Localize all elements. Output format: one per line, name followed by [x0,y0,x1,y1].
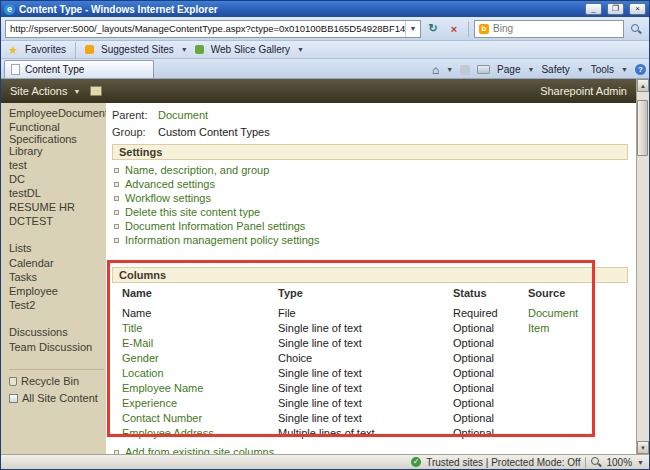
tab-bar: Content Type ⌂ ▼ Page ▼ Safety ▼ Tools ▼… [1,59,649,79]
column-type: Choice [278,352,453,364]
column-header-source: Source [528,287,628,299]
search-provider-label: Bing [493,23,619,34]
home-icon[interactable]: ⌂ [432,65,439,75]
bullet-icon [114,168,119,173]
column-type: Single line of text [278,322,453,334]
scroll-up-icon[interactable]: ▲ [637,79,649,92]
chevron-down-icon[interactable]: ▼ [637,459,644,466]
settings-link-document-information-panel[interactable]: Document Information Panel settings [125,220,305,232]
sidebar-item-team-discussion[interactable]: Team Discussion [9,341,104,353]
column-add-links: Add from existing site columns Add from … [112,445,628,454]
settings-link-information-management-policy[interactable]: Information management policy settings [125,234,319,246]
sidebar-item-dc[interactable]: DC [9,173,104,185]
site-actions-menu[interactable]: Site Actions [10,85,67,97]
sidebar-item-functional-specifications-library[interactable]: Functional Specifications Library [9,121,104,157]
column-name-link[interactable]: Employee Name [122,382,278,394]
tools-menu[interactable]: Tools [591,64,614,75]
table-row: Employee Name Single line of text Option… [122,380,628,395]
sidebar-item-testdl[interactable]: testDL [9,187,104,199]
address-url[interactable]: http://spserver:5000/_layouts/ManageCont… [10,23,405,34]
table-row: Experience Single line of text Optional [122,395,628,410]
tab-content-type[interactable]: Content Type [4,60,154,78]
sidebar-item-dctest[interactable]: DCTEST [9,215,104,227]
column-status: Optional [453,427,528,439]
magnifier-icon [631,24,641,34]
search-button[interactable] [627,20,645,38]
address-input[interactable]: http://spserver:5000/_layouts/ManageCont… [5,20,421,38]
sidebar-header-lists[interactable]: Lists [9,242,104,254]
all-site-content-link[interactable]: All Site Content [9,392,104,404]
group-label: Group: [112,126,158,138]
title-bar: e Content Type - Windows Internet Explor… [1,1,649,17]
column-header-status: Status [453,287,528,299]
status-bar: ✓ Trusted sites | Protected Mode: Off 10… [1,454,649,469]
scroll-down-icon[interactable]: ▼ [637,441,649,454]
maximize-button[interactable]: ❐ [607,3,624,15]
columns-table: Name Type Status Source Name File Requir… [122,285,628,440]
sidebar-footer: Recycle Bin All Site Content [9,369,104,404]
sidebar-item-resume-hr[interactable]: RESUME HR [9,201,104,213]
vertical-scrollbar[interactable]: ▲ ▼ [636,79,649,454]
columns-section-header: Columns [112,267,628,283]
parent-value-link[interactable]: Document [158,109,208,121]
user-menu[interactable]: Sharepoint Admin [540,85,627,97]
settings-link-advanced[interactable]: Advanced settings [125,178,215,190]
safety-menu[interactable]: Safety [541,64,569,75]
column-name-link[interactable]: Experience [122,397,278,409]
close-button[interactable]: × [629,3,646,15]
column-type: Single line of text [278,412,453,424]
settings-link-workflow[interactable]: Workflow settings [125,192,211,204]
settings-link-name-description-group[interactable]: Name, description, and group [125,164,269,176]
column-name-link[interactable]: Contact Number [122,412,278,424]
site-content-icon [9,394,18,403]
table-row: Title Single line of text Optional Item [122,320,628,335]
add-existing-site-columns-link[interactable]: Add from existing site columns [125,446,274,454]
sidebar-item-test2[interactable]: Test2 [9,299,104,311]
address-dropdown-icon[interactable]: ▼ [405,21,420,37]
sidebar-header-discussions[interactable]: Discussions [9,326,104,338]
sidebar-item-calendar[interactable]: Calendar [9,257,104,269]
suggested-sites-button[interactable]: Suggested Sites [101,44,174,55]
print-icon[interactable] [477,65,490,74]
navigate-up-icon[interactable] [90,86,102,96]
settings-section-header: Settings [112,144,628,160]
column-source-link[interactable]: Document [528,307,628,319]
settings-link-delete[interactable]: Delete this site content type [125,206,260,218]
refresh-button[interactable]: ↻ [424,20,442,38]
column-name-link[interactable]: Location [122,367,278,379]
sidebar-item-test[interactable]: test [9,159,104,171]
column-name-link[interactable]: Gender [122,352,278,364]
table-row: Location Single line of text Optional [122,365,628,380]
page-menu[interactable]: Page [497,64,520,75]
chevron-down-icon: ▼ [577,66,584,73]
page-favicon-icon [11,64,20,75]
suggested-sites-icon [85,45,94,54]
help-icon[interactable]: ? [635,64,646,75]
bullet-icon [114,196,119,201]
favorites-button[interactable]: Favorites [25,44,66,55]
sidebar-item-employee[interactable]: Employee [9,285,104,297]
chevron-down-icon[interactable]: ▼ [446,66,453,73]
feeds-icon[interactable] [460,65,470,75]
column-name-link[interactable]: E-Mail [122,337,278,349]
scrollbar-track[interactable] [637,92,649,441]
sharepoint-top-bar: Site Actions ▼ Sharepoint Admin [1,79,636,103]
chevron-down-icon: ▼ [527,66,534,73]
column-name-link[interactable]: Name [122,307,278,319]
zoom-level[interactable]: 100% [606,457,632,468]
web-slice-gallery-button[interactable]: Web Slice Gallery [211,44,290,55]
recycle-bin-link[interactable]: Recycle Bin [9,375,104,387]
bullet-icon [114,182,119,187]
sidebar-item-employeedocument[interactable]: EmployeeDocument [9,107,104,119]
search-input[interactable]: b Bing [474,20,624,38]
column-name-link[interactable]: Title [122,322,278,334]
column-type: Single line of text [278,382,453,394]
minimize-button[interactable]: _ [585,3,602,15]
column-status: Optional [453,382,528,394]
stop-button[interactable]: × [445,20,463,38]
column-source-link[interactable]: Item [528,322,628,334]
column-name-link[interactable]: Employee Address [122,427,278,439]
ie-icon: e [4,4,15,15]
sidebar-item-tasks[interactable]: Tasks [9,271,104,283]
scrollbar-thumb[interactable] [637,100,648,156]
